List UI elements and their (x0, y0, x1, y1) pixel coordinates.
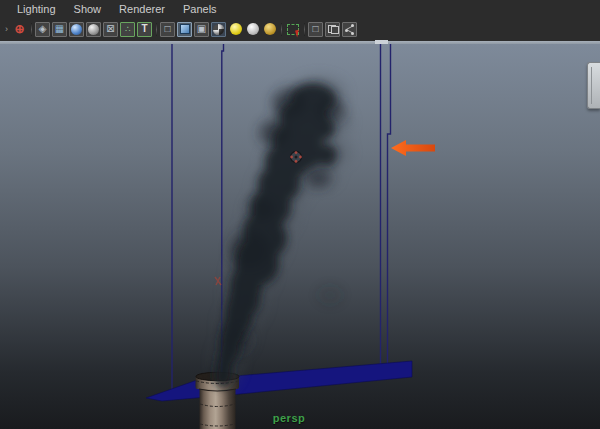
textured-display-icon[interactable]: ∴ (120, 22, 135, 37)
side-panel-handle[interactable] (587, 62, 600, 109)
ground-plane[interactable] (146, 361, 412, 401)
toolbar-separator (154, 22, 158, 37)
viewport-toolbar: ›⊕◈▦⊠∴T□▣□ (0, 17, 600, 41)
maya-viewport-panel: LightingShowRendererPanels ›⊕◈▦⊠∴T□▣□ (0, 0, 600, 429)
menu-item-show[interactable]: Show (65, 3, 111, 15)
use-default-material-icon[interactable] (211, 22, 226, 37)
menu-item-lighting[interactable]: Lighting (8, 3, 65, 15)
wireframe-cube-icon[interactable]: □ (160, 22, 175, 37)
flat-shade-icon[interactable] (86, 22, 101, 37)
share-network-icon[interactable] (342, 22, 357, 37)
bounding-box-icon[interactable]: ⊠ (103, 22, 118, 37)
panel-menu-bar: LightingShowRendererPanels (0, 0, 600, 17)
grid-display-icon[interactable]: ◈ (35, 22, 50, 37)
menu-item-panels[interactable]: Panels (174, 3, 226, 15)
camera-label: persp (254, 412, 324, 424)
shaded-cube-icon[interactable] (177, 22, 192, 37)
flat-light-icon[interactable] (245, 22, 260, 37)
toolbar-separator (302, 22, 306, 37)
overlap-squares-icon[interactable] (325, 22, 340, 37)
show-manipulator-icon[interactable]: ⊕ (12, 22, 27, 37)
panel-caret-icon[interactable]: › (3, 22, 10, 37)
annotation-text-icon[interactable]: T (137, 22, 152, 37)
menu-item-renderer[interactable]: Renderer (110, 3, 174, 15)
all-lights-icon[interactable] (262, 22, 277, 37)
film-gate-icon[interactable]: ▦ (52, 22, 67, 37)
annotation-arrow (391, 140, 435, 156)
emitter-marker[interactable] (290, 151, 302, 163)
isolate-select-icon[interactable] (285, 22, 300, 37)
scene-canvas (0, 44, 600, 429)
textured-cube-icon[interactable]: ▣ (194, 22, 209, 37)
axis-marker[interactable] (215, 277, 221, 285)
smooth-shade-icon[interactable] (69, 22, 84, 37)
toolbar-separator (279, 22, 283, 37)
toolbar-separator (29, 22, 33, 37)
perspective-viewport[interactable]: persp (0, 44, 600, 429)
smoke-plume[interactable] (214, 77, 350, 388)
default-light-icon[interactable] (228, 22, 243, 37)
xray-cube-icon[interactable]: □ (308, 22, 323, 37)
